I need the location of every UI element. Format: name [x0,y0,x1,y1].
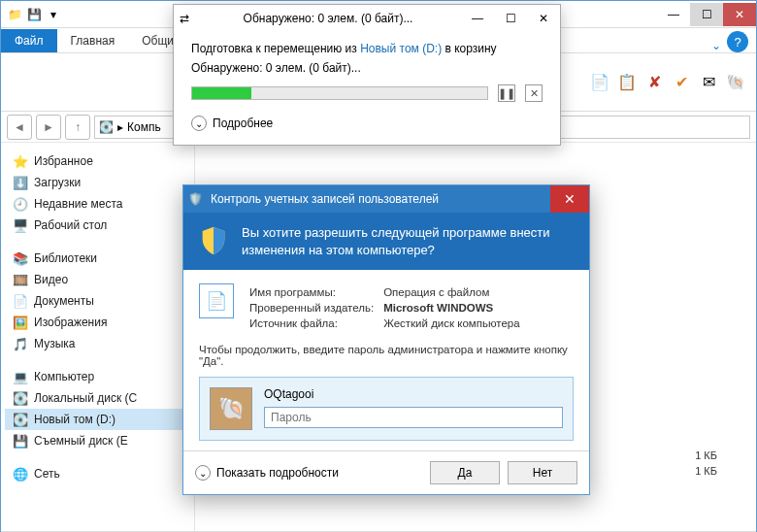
sidebar-removable[interactable]: 💾Съемный диск (E [5,430,190,451]
window-controls: — ☐ ✕ [657,3,756,26]
fileop-source-link[interactable]: Новый том (D:) [360,42,442,55]
uac-dialog: 🛡️ Контроль учетных записей пользователе… [182,184,590,495]
no-button[interactable]: Нет [508,461,577,484]
download-icon: ⬇️ [13,175,28,190]
pause-button[interactable]: ❚❚ [498,84,515,102]
tab-file[interactable]: Файл [1,29,57,52]
username-label: OQtagooi [264,387,563,401]
close-button[interactable]: ✕ [723,3,756,26]
sidebar-music[interactable]: 🎵Музыка [5,333,190,354]
sidebar-local-c[interactable]: 💽Локальный диск (C [5,387,190,409]
delete-icon[interactable]: ✘ [643,72,665,93]
uac-instruction: Чтобы продолжить, введите пароль админис… [199,344,574,367]
uac-question: Вы хотите разрешить следующей программе … [242,224,576,258]
navigation-pane: ⭐Избранное ⬇️Загрузки 🕘Недавние места 🖥️… [1,143,195,531]
password-input[interactable] [264,407,563,428]
maximize-button[interactable]: ☐ [690,3,723,26]
desktop-icon: 🖥️ [13,217,28,233]
drive-icon: 💽 [13,390,28,406]
document-icon: 📄 [13,293,28,309]
fileop-minimize[interactable]: — [461,7,494,30]
user-avatar: 🐚 [210,387,252,430]
cancel-button[interactable]: ✕ [525,84,543,102]
fileop-titlebar[interactable]: ⇄ Обнаружено: 0 элем. (0 байт)... — ☐ ✕ [174,5,560,32]
sidebar-pictures[interactable]: 🖼️Изображения [5,312,190,333]
library-icon: 📚 [13,250,28,266]
sidebar-libraries[interactable]: 📚Библиотеки [5,248,190,269]
up-button[interactable]: ↑ [65,115,90,140]
mail-icon[interactable]: ✉ [698,72,719,93]
chevron-down-icon: ⌄ [191,116,207,131]
yes-button[interactable]: Да [430,461,500,484]
check-icon[interactable]: ✔ [671,72,692,93]
tab-home[interactable]: Главная [57,29,129,52]
uac-details-toggle[interactable]: ⌄ Показать подробности [195,465,422,481]
large-shield-icon [197,224,230,257]
usb-icon: 💾 [13,433,28,449]
video-icon: 🎞️ [13,272,28,287]
sidebar-recent[interactable]: 🕘Недавние места [5,193,190,215]
paste-icon[interactable]: 📋 [616,72,638,93]
program-icon: 📄 [199,283,234,318]
forward-button[interactable]: ► [36,115,61,140]
star-icon: ⭐ [13,153,28,169]
uac-header: Вы хотите разрешить следующей программе … [183,213,589,270]
folder-icon: 📁 [7,7,22,22]
recent-icon: 🕘 [13,196,28,212]
credential-box: 🐚 OQtagooi [199,377,574,441]
sidebar-desktop[interactable]: 🖥️Рабочий стол [5,215,190,236]
music-icon: 🎵 [13,336,28,351]
help-button[interactable]: ? [727,31,748,52]
sidebar-video[interactable]: 🎞️Видео [5,269,190,290]
network-icon: 🌐 [13,466,28,482]
computer-icon: 💻 [13,369,28,384]
shield-icon: 🛡️ [183,192,207,206]
program-info-table: Имя программы:Операция с файлом Проверен… [247,283,530,332]
fileop-message: Подготовка к перемещению из Новый том (D… [191,42,543,55]
fileop-progress-text: Обнаружено: 0 элем. (0 байт)... [191,61,543,75]
breadcrumb-text: Компь [127,120,161,134]
sidebar-newvol-d[interactable]: 💽Новый том (D:) [5,409,190,430]
save-icon[interactable]: 💾 [26,7,42,22]
uac-close-button[interactable]: ✕ [550,185,589,213]
sidebar-downloads[interactable]: ⬇️Загрузки [5,172,190,193]
drive-icon: 💽 [99,120,114,134]
picture-icon: 🖼️ [13,315,28,330]
fileop-close[interactable]: ✕ [527,7,560,30]
fileop-details-toggle[interactable]: ⌄ Подробнее [191,116,543,131]
shell-icon[interactable]: 🐚 [725,72,746,93]
progress-bar [191,86,488,100]
uac-title: Контроль учетных записей пользователей [207,192,550,206]
sidebar-computer[interactable]: 💻Компьютер [5,366,190,387]
size-values: 1 КБ 1 КБ [695,448,717,479]
expand-ribbon-icon[interactable]: ⌄ [711,39,721,52]
drive-icon: 💽 [13,412,28,427]
minimize-button[interactable]: — [657,3,690,26]
fileop-title: Обнаружено: 0 элем. (0 байт)... [195,12,461,25]
chevron-down-icon: ⌄ [195,465,211,481]
divider-icon: ▾ [46,7,61,22]
back-button[interactable]: ◄ [7,115,32,140]
properties-icon[interactable]: 📄 [589,72,610,93]
fileop-maximize[interactable]: ☐ [494,7,527,30]
transfer-icon: ⇄ [174,12,195,25]
sidebar-documents[interactable]: 📄Документы [5,290,190,312]
file-operation-dialog: ⇄ Обнаружено: 0 элем. (0 байт)... — ☐ ✕ … [173,4,561,146]
uac-titlebar[interactable]: 🛡️ Контроль учетных записей пользователе… [183,185,589,213]
quick-access-toolbar: 📁 💾 ▾ [1,7,67,22]
sidebar-favorites[interactable]: ⭐Избранное [5,150,190,172]
sidebar-network[interactable]: 🌐Сеть [5,463,190,484]
